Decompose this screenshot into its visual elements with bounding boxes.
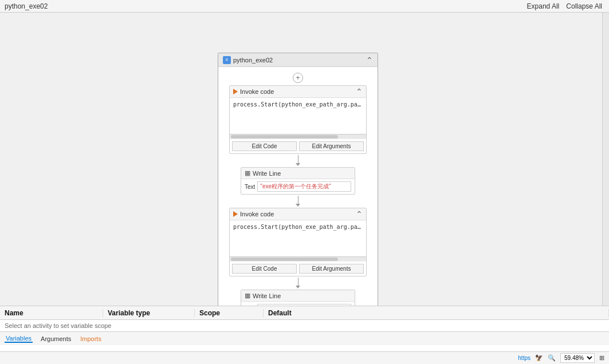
add-top-button[interactable]: + (293, 73, 303, 83)
invoke-code-1-title: Invoke code (240, 88, 274, 95)
canvas-area: ≡ python_exe02 ⌃ + Invoke code ⌃ process… (0, 13, 609, 306)
arrow-head-2 (296, 204, 300, 207)
invoke-code-2-collapse[interactable]: ⌃ (356, 210, 363, 218)
tab-variables[interactable]: Variables (5, 335, 33, 343)
invoke-code-2-body: process.Start(python_exe_path_arg.parms_… (230, 220, 366, 256)
invoke-code-2-header-left: Invoke code (233, 211, 274, 217)
arrow-line-1 (298, 155, 298, 163)
expand-all-button[interactable]: Expand All (525, 2, 562, 10)
write-icon-1: ▦ (245, 169, 250, 177)
col-default: Default (264, 309, 609, 317)
invoke-code-1-scrollbar[interactable] (230, 134, 366, 139)
write-line-2-header: ▦ Write Line (241, 290, 355, 302)
outer-sequence: ≡ python_exe02 ⌃ + Invoke code ⌃ process… (218, 53, 378, 306)
write-line-1-header: ▦ Write Line (241, 168, 355, 179)
write-line-1-body: Text "exe程序的第一个任务完成" (241, 179, 355, 194)
invoke-code-1-collapse[interactable]: ⌃ (356, 88, 363, 96)
invoke-code-2-footer: Edit Code Edit Arguments (230, 261, 366, 276)
status-icon-2: 🔍 (548, 354, 556, 362)
status-icon-3: ⊞ (599, 354, 604, 362)
arrow-connector-3 (296, 278, 300, 288)
arrow-connector-2 (296, 196, 300, 207)
edit-code-1-button[interactable]: Edit Code (232, 141, 297, 151)
collapse-all-button[interactable]: Collapse All (564, 2, 604, 10)
invoke-code-1-body: process.Start(python_exe_path_arg.parms_… (230, 98, 366, 134)
invoke-code-1-footer: Edit Code Edit Arguments (230, 139, 366, 153)
outer-sequence-header: ≡ python_exe02 ⌃ (218, 53, 378, 67)
play-icon-1 (233, 89, 238, 94)
status-bar: https 🦅 🔍 59.48% 75% 100% ⊞ (0, 351, 609, 364)
top-bar-actions: Expand All Collapse All (525, 2, 604, 10)
status-url: https (518, 355, 531, 361)
collapse-button[interactable]: ⌃ (366, 56, 373, 64)
bottom-table-header: Name Variable type Scope Default (0, 306, 609, 320)
col-scope: Scope (195, 309, 264, 317)
invoke-code-1-header: Invoke code ⌃ (230, 86, 366, 98)
write-line-1-label: Text (245, 184, 255, 190)
play-icon-2 (233, 211, 238, 217)
tab-arguments[interactable]: Arguments (40, 335, 72, 342)
write-line-2-body: Text "exe程序的第二个任务完成" (241, 302, 355, 306)
bottom-hint: Select an activity to set variable scope (0, 320, 609, 331)
arrow-head-1 (296, 163, 300, 166)
top-bar: python_exe02 Expand All Collapse All (0, 0, 609, 13)
write-line-block-1: ▦ Write Line Text "exe程序的第一个任务完成" (241, 167, 355, 195)
arrow-connector-1 (296, 155, 300, 166)
bottom-panel: Name Variable type Scope Default Select … (0, 306, 609, 351)
outer-sequence-header-left: ≡ python_exe02 (223, 56, 273, 64)
bottom-tabs: Variables Arguments Imports (0, 331, 609, 345)
invoke-code-2-scrollbar[interactable] (230, 256, 366, 261)
col-variable-type: Variable type (103, 309, 195, 317)
arrow-line-3 (298, 278, 298, 286)
right-scrollbar[interactable] (602, 13, 609, 306)
write-line-1-title: Write Line (253, 170, 281, 177)
arrow-head-3 (296, 286, 300, 288)
arrow-line-2 (298, 196, 298, 204)
invoke-code-2-header: Invoke code ⌃ (230, 208, 366, 220)
invoke-code-block-2: Invoke code ⌃ process.Start(python_exe_p… (229, 208, 367, 276)
outer-sequence-body: + Invoke code ⌃ process.Start(python_exe… (218, 67, 378, 306)
zoom-select[interactable]: 59.48% 75% 100% (560, 353, 595, 363)
edit-arguments-1-button[interactable]: Edit Arguments (299, 141, 364, 151)
edit-code-2-button[interactable]: Edit Code (232, 264, 297, 274)
invoke-code-1-header-left: Invoke code (233, 88, 274, 95)
status-icon-1: 🦅 (535, 354, 543, 362)
write-line-2-title: Write Line (253, 292, 281, 299)
invoke-code-2-text: process.Start(python_exe_path_arg.parms_… (232, 223, 364, 231)
write-line-1-value: "exe程序的第一个任务完成" (257, 181, 351, 192)
write-line-2-value: "exe程序的第二个任务完成" (257, 304, 351, 306)
write-icon-2: ▦ (245, 292, 250, 299)
write-line-block-2: ▦ Write Line Text "exe程序的第二个任务完成" (241, 290, 355, 306)
invoke-code-2-title: Invoke code (240, 211, 274, 217)
outer-seq-title: python_exe02 (233, 57, 273, 64)
sequence-icon: ≡ (223, 56, 231, 64)
scrollbar-thumb-1 (231, 135, 338, 139)
page-title: python_exe02 (5, 2, 48, 10)
scrollbar-thumb-2 (231, 258, 338, 261)
invoke-code-1-text: process.Start(python_exe_path_arg.parms_… (232, 100, 364, 109)
edit-arguments-2-button[interactable]: Edit Arguments (299, 264, 364, 274)
tab-imports[interactable]: Imports (79, 335, 103, 342)
col-name: Name (0, 309, 103, 317)
invoke-code-block-1: Invoke code ⌃ process.Start(python_exe_p… (229, 85, 367, 154)
